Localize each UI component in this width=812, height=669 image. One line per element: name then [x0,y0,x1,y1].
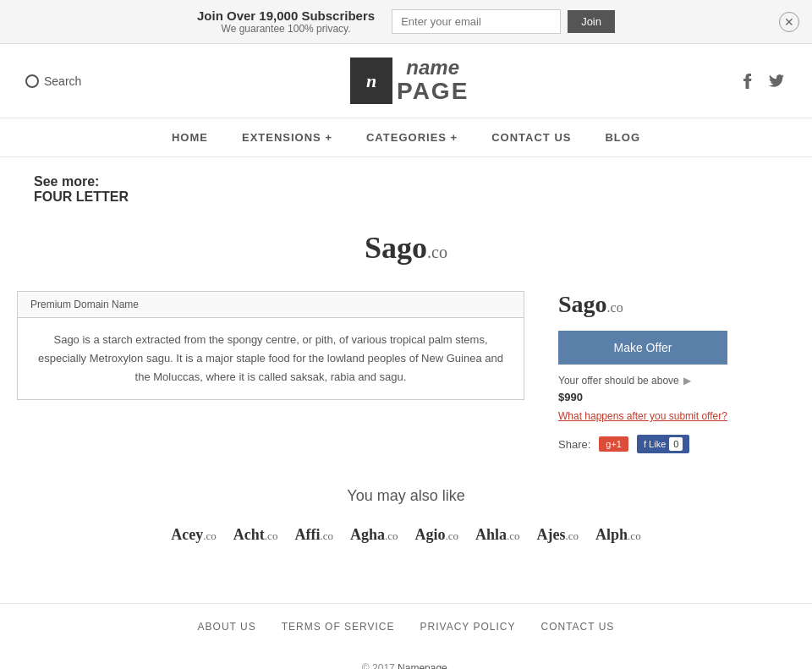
domain-item[interactable]: Agha.co [350,526,398,544]
facebook-icon[interactable] [738,71,758,91]
also-like-section: You may also like Acey.coAcht.coAffi.coA… [17,487,795,544]
domain-item[interactable]: Ahla.co [475,526,520,544]
header: Search n name PAGE [0,44,812,118]
domain-item-name: Agha [350,526,385,543]
main-nav: HOME EXTENSIONS + CATEGORIES + CONTACT U… [0,118,812,157]
domain-item[interactable]: Acht.co [233,526,278,544]
svg-text:n: n [366,70,376,91]
fb-count: 0 [669,437,683,451]
domain-item-name: Acht [233,526,265,543]
copyright-text: © 2017 [362,662,395,669]
logo-page: PAGE [397,79,469,105]
share-row: Share: g+1 f Like 0 [558,435,795,453]
footer-nav: ABOUT USTERMS OF SERVICEPRIVACY POLICYCO… [0,603,812,650]
domain-name: Sago [365,231,427,265]
see-more-prefix: See more: [34,174,795,189]
domain-item-tld: .co [320,529,333,542]
banner-subtext: We guarantee 100% privacy. [197,23,375,35]
domain-item-tld: .co [385,529,398,542]
domain-item-name: Ahla [475,526,507,543]
search-icon [25,74,39,88]
arrow-icon: ▶ [683,375,691,387]
close-button[interactable]: ✕ [779,12,799,32]
nav-blog[interactable]: BLOG [605,131,640,144]
google-plus-button[interactable]: g+1 [599,436,628,452]
search-trigger[interactable]: Search [25,74,81,88]
logo-box: n name PAGE [350,57,469,105]
domain-item-name: Acey [171,526,203,543]
nav-categories[interactable]: CATEGORIES + [366,131,458,144]
domain-item-tld: .co [203,529,217,542]
footer-copyright: © 2017 Namepage. [0,650,812,669]
make-offer-button[interactable]: Make Offer [558,331,727,365]
main-content: See more: FOUR LETTER Sago.co Premium Do… [0,157,812,578]
share-label: Share: [558,438,590,451]
also-like-title: You may also like [17,487,795,505]
domain-item-tld: .co [445,529,458,542]
footer-nav-link[interactable]: TERMS OF SERVICE [282,621,395,633]
copyright-link[interactable]: Namepage. [398,662,450,669]
nav-home[interactable]: HOME [172,131,208,144]
what-happens-link[interactable]: What happens after you submit offer? [558,410,795,422]
social-links [738,71,787,91]
nav-contact[interactable]: CONTACT US [491,131,571,144]
footer-nav-link[interactable]: CONTACT US [540,621,614,633]
domain-item-tld: .co [507,529,520,542]
domain-item[interactable]: Alph.co [595,526,641,544]
domain-item[interactable]: Affi.co [294,526,333,544]
description-box: Premium Domain Name Sago is a starch ext… [17,291,524,400]
also-like-domains: Acey.coAcht.coAffi.coAgha.coAgio.coAhla.… [17,526,795,544]
domain-item[interactable]: Acey.co [171,526,217,544]
description-text: Sago is a starch extracted from the spon… [18,318,524,399]
facebook-like-button[interactable]: f Like 0 [637,435,689,453]
logo[interactable]: n name PAGE [350,57,469,105]
logo-icon: n [350,58,392,104]
domain-item-name: Affi [294,526,320,543]
footer-nav-link[interactable]: ABOUT US [198,621,256,633]
email-input[interactable] [392,9,561,34]
see-more-link[interactable]: FOUR LETTER [34,189,795,205]
offer-info-text: Your offer should be above [558,375,679,387]
banner-text: Join Over 19,000 Subscribers We guarante… [197,8,375,35]
domain-item-name: Agio [414,526,445,543]
join-button[interactable]: Join [568,10,615,33]
description-label: Premium Domain Name [18,292,524,318]
search-label: Search [44,74,81,88]
nav-extensions[interactable]: EXTENSIONS + [242,131,332,144]
domain-title-text: Sago.co [365,231,447,265]
domain-item-name: Alph [595,526,628,543]
domain-tld: .co [427,243,447,261]
twitter-icon[interactable] [766,71,787,91]
domain-item-name: Ajes [537,526,566,543]
offer-panel: Sago.co Make Offer Your offer should be … [558,291,795,453]
logo-name: name [397,57,469,79]
content-area: Premium Domain Name Sago is a starch ext… [17,291,795,453]
footer-nav-link[interactable]: PRIVACY POLICY [420,621,516,633]
domain-item-tld: .co [628,529,641,542]
offer-domain-name: Sago.co [558,291,795,318]
see-more: See more: FOUR LETTER [17,174,795,205]
top-banner: Join Over 19,000 Subscribers We guarante… [0,0,812,44]
domain-item-tld: .co [566,529,579,542]
offer-info: Your offer should be above ▶ [558,375,795,387]
domain-title: Sago.co [17,230,795,266]
banner-form: Join [392,9,615,34]
offer-price: $990 [558,391,795,403]
fb-like-label: f Like [644,439,666,449]
banner-headline: Join Over 19,000 Subscribers [197,8,375,23]
domain-item-tld: .co [265,529,278,542]
domain-item[interactable]: Ajes.co [537,526,579,544]
domain-item[interactable]: Agio.co [414,526,458,544]
logo-text: name PAGE [397,57,469,105]
